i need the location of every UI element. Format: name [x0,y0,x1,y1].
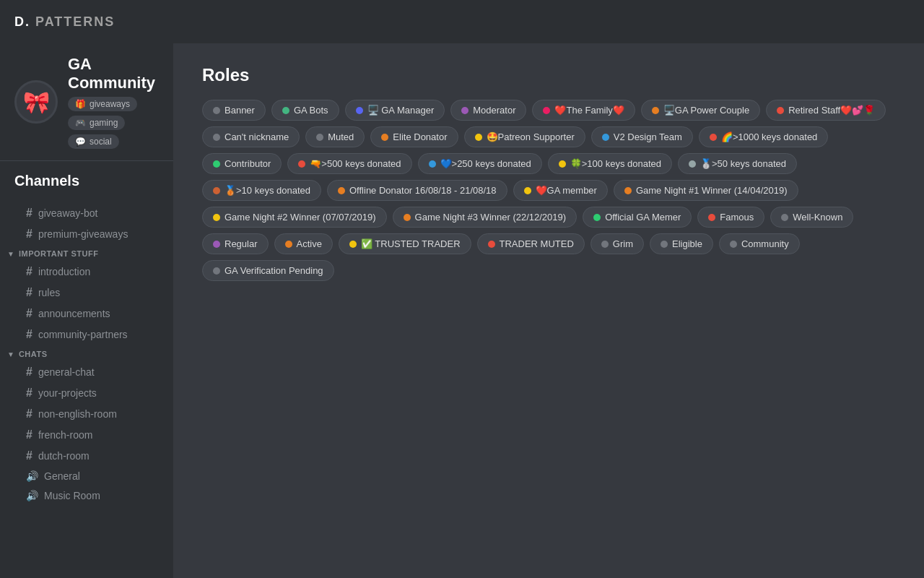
role-badge[interactable]: 🥉>10 keys donated [202,180,321,201]
chevron-icon: ▼ [7,250,14,258]
role-badge[interactable]: Banner [202,100,266,121]
role-dot [601,241,609,248]
role-badge[interactable]: 🖥️ GA Manager [345,100,445,121]
role-dot [689,160,696,168]
channel-item[interactable]: #premium-giveaways [4,224,169,244]
channel-category[interactable]: ▼CHATS [0,345,173,361]
role-badge[interactable]: Official GA Memer [583,207,692,228]
hash-icon: # [26,407,32,420]
roles-section: Roles BannerGA Bots🖥️ GA ManagerModerato… [202,65,895,281]
role-dot [777,107,784,114]
channel-item[interactable]: #introduction [4,262,169,282]
role-label: 🔫>500 keys donated [310,158,401,169]
role-badge[interactable]: ❤️The Family❤️ [532,100,635,121]
sidebar: 🎀 GA Community 🎁giveaways🎮gaming💬social … [0,43,173,578]
role-badge[interactable]: 🥈>50 keys donated [678,153,797,174]
channel-category[interactable]: ▼IMPORTANT STUFF [0,245,173,261]
role-label: Game Night #2 Winner (07/07/2019) [225,212,376,223]
role-badge[interactable]: ❤️GA member [513,180,608,201]
role-dot [316,134,323,141]
role-dot [285,241,292,248]
role-dot [593,214,601,221]
role-badge[interactable]: TRADER MUTED [477,233,585,254]
role-label: Game Night #3 Winner (22/12/2019) [415,212,567,223]
channel-item[interactable]: #your-projects [4,383,169,403]
role-dot [475,134,482,141]
role-badge[interactable]: GA Bots [271,100,339,121]
role-label: 🌈>1000 keys donated [721,131,817,142]
channel-item[interactable]: #dutch-room [4,446,169,466]
role-label: Official GA Memer [605,212,681,223]
hash-icon: # [26,366,32,379]
channel-item[interactable]: #non-english-room [4,404,169,424]
role-badge[interactable]: 💙>250 keys donated [418,153,542,174]
role-dot [213,107,220,114]
role-badge[interactable]: Game Night #1 Winner (14/04/2019) [614,180,798,201]
role-badge[interactable]: Can't nickname [202,126,300,147]
role-label: Community [741,238,789,249]
hash-icon: # [26,328,32,341]
role-dot [624,187,632,194]
hash-icon: # [26,449,32,462]
role-badge[interactable]: ✅ TRUSTED TRADER [339,233,471,254]
channel-item[interactable]: 🔊General [4,467,169,486]
role-badge[interactable]: Offline Donator 16/08/18 - 21/08/18 [327,180,507,201]
channel-name: your-projects [38,387,97,399]
role-label: 🤩Patreon Supporter [487,131,575,142]
role-dot [404,214,411,221]
tag-label: gaming [90,118,118,128]
channel-item[interactable]: #general-chat [4,362,169,382]
role-badge[interactable]: Game Night #2 Winner (07/07/2019) [202,207,387,228]
role-badge[interactable]: Well-Known [770,207,853,228]
server-info: GA Community 🎁giveaways🎮gaming💬social [68,55,159,149]
hash-icon: # [26,265,32,278]
role-badge[interactable]: Community [719,233,800,254]
role-badge[interactable]: V2 Design Team [591,126,693,147]
role-badge[interactable]: Moderator [450,100,526,121]
role-badge[interactable]: 🌈>1000 keys donated [699,126,828,147]
server-tag-gaming[interactable]: 🎮gaming [68,116,125,130]
roles-grid: BannerGA Bots🖥️ GA ManagerModerator❤️The… [202,100,895,281]
role-label: Well-Known [793,212,842,223]
server-avatar: 🎀 [14,80,58,124]
role-badge[interactable]: Game Night #3 Winner (22/12/2019) [393,207,578,228]
role-badge[interactable]: Contributor [202,153,282,174]
role-badge[interactable]: Eligible [650,233,713,254]
role-badge[interactable]: Grim [590,233,644,254]
role-badge[interactable]: 🖥️GA Power Couple [641,100,760,121]
channel-item[interactable]: #announcements [4,303,169,324]
tag-label: giveaways [90,99,130,109]
role-badge[interactable]: Muted [305,126,365,147]
channel-item[interactable]: #rules [4,282,169,303]
role-dot [710,134,717,141]
role-badge[interactable]: Regular [202,233,269,254]
role-badge[interactable]: Active [274,233,333,254]
channel-item[interactable]: 🔊Music Room [4,486,169,505]
channel-item[interactable]: #community-partners [4,324,169,345]
server-tag-social[interactable]: 💬social [68,134,119,149]
role-dot [381,134,388,141]
role-label: Can't nickname [225,131,289,142]
role-badge[interactable]: 🤩Patreon Supporter [464,126,585,147]
role-badge[interactable]: Elite Donator [370,126,458,147]
role-dot [488,241,495,248]
role-label: ❤️GA member [536,185,597,196]
hash-icon: # [26,286,32,299]
role-label: Moderator [473,105,515,116]
server-tag-giveaways[interactable]: 🎁giveaways [68,97,137,111]
channel-name: premium-giveaways [38,228,128,240]
role-badge[interactable]: GA Verification Pending [202,260,334,281]
role-label: Retired Staff❤️💕🌹 [788,105,875,116]
role-badge[interactable]: Famous [697,207,764,228]
server-header: 🎀 GA Community 🎁giveaways🎮gaming💬social [0,43,173,161]
role-badge[interactable]: 🍀>100 keys donated [548,153,672,174]
role-dot [730,241,737,248]
channel-name: rules [38,287,60,298]
role-dot [338,187,345,194]
channel-item[interactable]: #french-room [4,425,169,445]
hash-icon: # [26,228,32,241]
role-badge[interactable]: 🔫>500 keys donated [287,153,411,174]
channel-item[interactable]: #giveaway-bot [4,203,169,223]
right-content: Roles BannerGA Bots🖥️ GA ManagerModerato… [173,43,924,578]
role-badge[interactable]: Retired Staff❤️💕🌹 [766,100,886,121]
